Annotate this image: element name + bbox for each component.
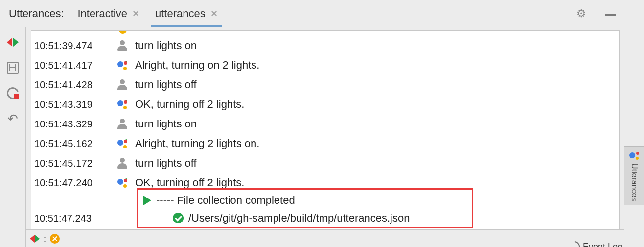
timestamp: 10:51:47.240 [34,177,113,189]
error-icon[interactable] [50,234,60,244]
timestamp: 10:51:43.329 [34,119,113,130]
person-icon [113,158,132,169]
diff-icon[interactable] [7,36,19,48]
tab-label: Interactive [78,7,128,20]
gear-icon[interactable]: ⚙ [576,7,586,20]
file-collection-status: ----- File collection completed [156,194,295,207]
panel-title: Utterances: [9,7,64,20]
tab-interactive[interactable]: Interactive ✕ [76,0,142,27]
right-gutter: Utterances [624,0,644,247]
log-message: Alright, turning 2 lights on. [132,137,259,150]
log-message: turn lights on [132,39,197,52]
log-row: 10:51:43.319OK, turning off 2 lights. [31,95,619,114]
assistant-icon [113,178,132,188]
refresh-icon[interactable] [5,85,21,101]
log-row: 10:51:39.474turn lights on [31,36,619,55]
utterances-side-tab[interactable]: Utterances [624,146,644,205]
status-bar: : [26,229,624,247]
person-icon [113,119,132,129]
console-area: 10:51:39.474turn lights on10:51:41.417Al… [26,27,624,247]
log-message: Alright, turning on 2 lights. [132,59,259,72]
log-row: 10:51:41.417Alright, turning on 2 lights… [31,55,619,75]
log-row: 10:51:41.428turn lights off [31,75,619,95]
checkmark-icon [173,213,184,223]
file-collection-highlight: ----- File collection completed /Users/g… [137,188,473,228]
log-row: 10:51:43.329turn lights on [31,114,619,134]
timestamp: 10:51:41.428 [34,79,113,91]
tab-label: utterances [155,7,206,20]
log-message: turn lights off [132,157,197,170]
console-output[interactable]: 10:51:39.474turn lights on10:51:41.417Al… [31,30,620,229]
log-message: OK, turning off 2 lights. [132,98,244,111]
log-message: turn lights off [132,78,197,91]
event-log-button[interactable]: Event Log [569,241,622,247]
tab-utterances[interactable]: utterances ✕ [153,0,220,27]
timestamp: 10:51:47.243 [34,213,92,224]
hide-panel-icon[interactable] [605,14,616,16]
timestamp: 10:51:43.319 [34,99,113,110]
file-collection-path: /Users/git/gh-sample/build/tmp/utterance… [188,212,410,224]
assistant-icon [113,99,132,109]
diff-icon[interactable] [30,234,40,244]
assistant-icon [113,60,132,70]
close-icon[interactable]: ✕ [210,8,218,19]
assistant-icon [113,139,132,148]
undo-icon[interactable]: ↶ [7,113,19,124]
log-message: OK, turning off 2 lights. [132,176,244,189]
person-icon [113,40,132,51]
timestamp: 10:51:45.162 [34,138,113,149]
timestamp: 10:51:39.474 [34,40,113,51]
log-row: 10:51:45.172turn lights off [31,153,619,173]
tool-window-header: Utterances: Interactive ✕ utterances ✕ ⚙ [0,0,624,27]
event-log-label: Event Log [583,242,622,247]
status-text: : [44,234,46,244]
tool-window-gutter: ↶ [0,27,26,247]
utterances-tool-window: Utterances: Interactive ✕ utterances ✕ ⚙… [0,0,624,247]
person-icon [113,79,132,90]
log-message: turn lights on [132,118,197,130]
utterances-side-tab-label: Utterances [630,163,639,201]
layout-icon[interactable] [7,62,19,74]
timestamp: 10:51:45.172 [34,158,113,169]
assistant-icon [629,150,639,160]
assistant-icon-peek [119,30,127,34]
close-icon[interactable]: ✕ [132,8,139,19]
log-row: 10:51:45.162Alright, turning 2 lights on… [31,134,619,153]
timestamp: 10:51:41.417 [34,60,113,71]
play-icon [143,196,151,205]
